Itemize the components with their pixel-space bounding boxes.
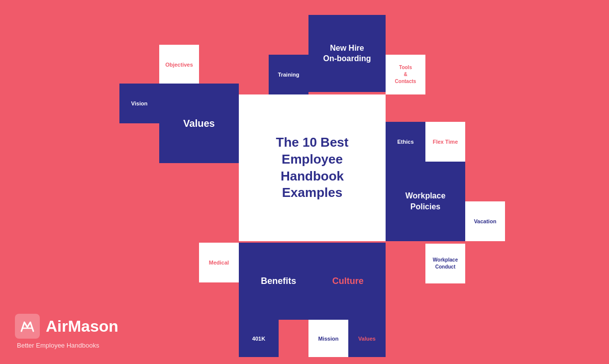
main-title-block: The 10 BestEmployeeHandbookExamples [239,94,386,241]
workplace-policies-label: WorkplacePolicies [406,190,446,213]
vision-block: Vision [119,84,159,123]
culture-label: Culture [332,276,364,286]
workplace-policies-block: WorkplacePolicies [386,162,465,241]
mission-block: Mission [308,320,348,357]
workplace-conduct-block: WorkplaceConduct [425,244,465,283]
ethics-label: Ethics [397,139,413,145]
background: Objectives Training New HireOn-boarding … [0,0,609,364]
medical-block: Medical [199,243,239,282]
logo-area: AirMason Better Employee Handbooks [15,314,118,349]
airmason-logo-svg [19,318,35,334]
training-block: Training [269,55,308,94]
vision-label: Vision [131,100,148,106]
values-right-label: Values [358,336,376,342]
medical-label: Medical [209,260,229,266]
objectives-block: Objectives [159,45,199,85]
flex-time-label: Flex Time [433,139,458,145]
logo-name: AirMason [46,317,118,336]
flex-time-block: Flex Time [425,122,465,162]
objectives-label: Objectives [165,62,193,68]
new-hire-block: New HireOn-boarding [308,15,386,92]
tools-contacts-label: Tools&Contacts [395,64,416,85]
logo-tagline: Better Employee Handbooks [15,342,118,349]
tools-contacts-block: Tools&Contacts [386,55,425,94]
training-label: Training [278,72,300,78]
logo-icon [15,314,40,339]
ethics-block: Ethics [386,122,425,162]
new-hire-label: New HireOn-boarding [323,43,371,64]
main-title-label: The 10 BestEmployeeHandbookExamples [276,134,349,201]
values-right-block: Values [348,320,386,357]
values-left-block: Values [159,84,239,163]
workplace-conduct-label: WorkplaceConduct [433,257,458,271]
values-left-label: Values [183,118,214,129]
vacation-label: Vacation [474,218,496,224]
k401-block: 401K [239,320,279,357]
benefits-label: Benefits [261,276,296,286]
benefits-culture-block: Benefits Culture [239,243,386,320]
vacation-block: Vacation [465,201,505,241]
mission-label: Mission [318,336,339,342]
logo-row: AirMason [15,314,118,339]
k401-label: 401K [252,336,265,342]
